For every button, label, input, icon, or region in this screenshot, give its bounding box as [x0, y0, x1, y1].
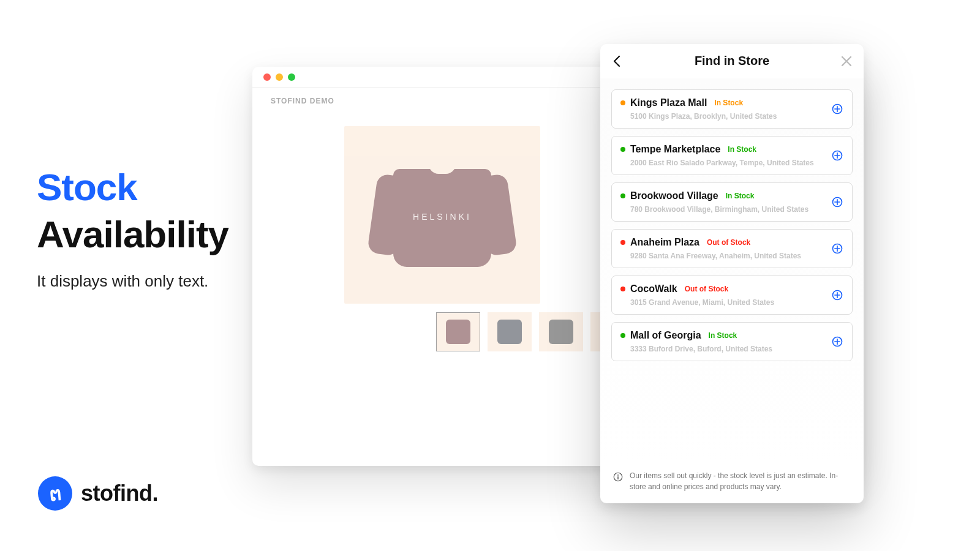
- stock-status: In Stock: [726, 192, 755, 200]
- brand-logo: ຕ: [38, 476, 72, 511]
- store-address: 2000 East Rio Salado Parkway, Tempe, Uni…: [630, 159, 843, 167]
- panel-header: Find in Store: [600, 44, 864, 78]
- plus-circle-icon: [831, 289, 843, 301]
- store-address: 5100 Kings Plaza, Brooklyn, United State…: [630, 112, 843, 121]
- expand-button[interactable]: [831, 335, 843, 348]
- expand-button[interactable]: [831, 196, 843, 208]
- store-row[interactable]: Mall of GeorgiaIn Stock3333 Buford Drive…: [611, 322, 853, 361]
- status-dot: [620, 147, 625, 152]
- site-name: STOFIND DEMO: [271, 97, 334, 105]
- status-dot: [620, 100, 625, 105]
- stock-status: In Stock: [728, 145, 756, 154]
- svg-rect-8: [617, 476, 619, 479]
- back-button[interactable]: [610, 54, 625, 69]
- plus-circle-icon: [831, 335, 843, 348]
- stock-status: Out of Stock: [685, 285, 728, 293]
- status-dot: [620, 333, 625, 338]
- plus-circle-icon: [831, 149, 843, 162]
- hero-title-line1: Stock: [37, 166, 137, 208]
- store-address: 780 Brookwood Village, Birmingham, Unite…: [630, 205, 843, 214]
- thumb-2[interactable]: [488, 312, 532, 351]
- expand-button[interactable]: [831, 289, 843, 301]
- store-row[interactable]: Brookwood VillageIn Stock780 Brookwood V…: [611, 182, 853, 222]
- store-address: 3333 Buford Drive, Buford, United States: [630, 345, 843, 353]
- hero-text: Stock Availability It displays with only…: [37, 165, 228, 291]
- brand-glyph: ຕ: [48, 482, 62, 505]
- status-dot: [620, 287, 625, 291]
- store-row[interactable]: CocoWalkOut of Stock3015 Grand Avenue, M…: [611, 276, 853, 315]
- store-name: CocoWalk: [630, 283, 677, 294]
- store-name: Anaheim Plaza: [630, 237, 699, 248]
- store-row[interactable]: Tempe MarketplaceIn Stock2000 East Rio S…: [611, 136, 853, 175]
- store-name: Tempe Marketplace: [630, 144, 720, 155]
- window-max-dot[interactable]: [288, 73, 295, 81]
- expand-button[interactable]: [831, 242, 843, 255]
- hero-title: Stock Availability: [37, 165, 228, 256]
- stock-status: In Stock: [714, 99, 743, 107]
- shirt-print-text: HELSINKI: [375, 212, 510, 222]
- window-min-dot[interactable]: [276, 73, 283, 81]
- close-icon: [839, 54, 854, 69]
- panel-footer: Our items sell out quickly - the stock l…: [600, 462, 864, 503]
- status-dot: [620, 240, 625, 245]
- store-address: 3015 Grand Avenue, Miami, United States: [630, 298, 843, 307]
- plus-circle-icon: [831, 196, 843, 208]
- footer-text: Our items sell out quickly - the stock l…: [630, 471, 851, 492]
- store-address: 9280 Santa Ana Freeway, Anaheim, United …: [630, 252, 843, 260]
- hero-subtitle: It displays with only text.: [37, 272, 228, 291]
- brand-name: stofind.: [81, 481, 158, 506]
- find-in-store-panel: Find in Store Kings Plaza MallIn Stock51…: [600, 44, 864, 503]
- store-list[interactable]: Kings Plaza MallIn Stock5100 Kings Plaza…: [600, 78, 864, 462]
- store-row[interactable]: Anaheim PlazaOut of Stock9280 Santa Ana …: [611, 229, 853, 268]
- store-name: Brookwood Village: [630, 190, 718, 201]
- store-name: Mall of Georgia: [630, 330, 701, 341]
- stock-status: In Stock: [709, 331, 737, 340]
- stock-status: Out of Stock: [707, 238, 750, 247]
- expand-button[interactable]: [831, 103, 843, 115]
- plus-circle-icon: [831, 242, 843, 255]
- chevron-left-icon: [610, 54, 625, 69]
- plus-circle-icon: [831, 103, 843, 115]
- panel-title: Find in Store: [695, 54, 769, 68]
- expand-button[interactable]: [831, 149, 843, 162]
- hero-title-line2: Availability: [37, 212, 228, 256]
- product-main-image: HELSINKI: [344, 126, 540, 304]
- thumb-1[interactable]: [436, 312, 480, 351]
- store-row[interactable]: Kings Plaza MallIn Stock5100 Kings Plaza…: [611, 89, 853, 129]
- status-dot: [620, 193, 625, 198]
- thumb-3[interactable]: [539, 312, 583, 351]
- shirt-graphic: HELSINKI: [375, 151, 510, 279]
- info-icon: [612, 471, 624, 482]
- svg-point-7: [617, 474, 619, 476]
- store-name: Kings Plaza Mall: [630, 97, 707, 108]
- window-close-dot[interactable]: [263, 73, 271, 81]
- brand: ຕ stofind.: [38, 476, 158, 511]
- close-button[interactable]: [839, 54, 854, 69]
